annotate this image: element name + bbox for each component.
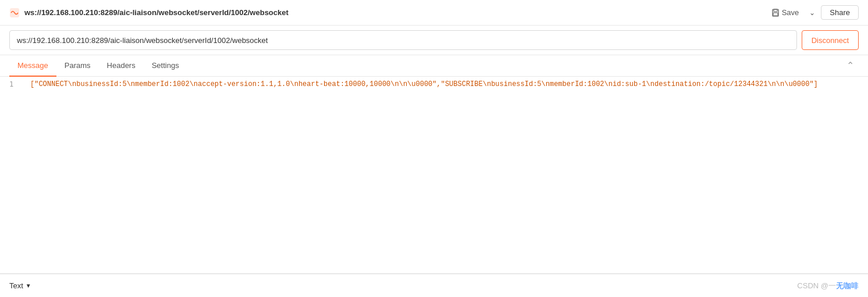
- tab-headers[interactable]: Headers: [99, 55, 144, 77]
- title-url: ws://192.168.100.210:8289/aic-liaison/we…: [24, 8, 289, 17]
- save-dropdown-button[interactable]: ⌄: [808, 6, 816, 19]
- url-bar: Disconnect: [0, 26, 868, 55]
- footer-bar: Text ▼ CSDN @一无咖啡: [0, 274, 868, 297]
- dropdown-chevron-icon: ▼: [26, 282, 31, 289]
- message-content: ["CONNECT\nbusinessId:5\nmemberId:1002\n…: [30, 80, 868, 88]
- line-number: 1: [9, 80, 23, 88]
- title-right: Save ⌄ Share: [767, 5, 859, 20]
- tab-message[interactable]: Message: [9, 55, 56, 77]
- collapse-button[interactable]: ⌃: [842, 59, 859, 73]
- share-button[interactable]: Share: [821, 5, 859, 20]
- save-label: Save: [782, 8, 799, 17]
- content-area: 1 ["CONNECT\nbusinessId:5\nmemberId:1002…: [0, 77, 868, 274]
- save-button[interactable]: Save: [767, 6, 804, 19]
- tabs-bar: Message Params Headers Settings ⌃: [0, 55, 868, 77]
- text-dropdown-button[interactable]: Text ▼: [9, 281, 31, 290]
- title-bar: ws://192.168.100.210:8289/aic-liaison/we…: [0, 0, 868, 26]
- svg-rect-2: [774, 9, 777, 12]
- save-icon: [771, 9, 780, 17]
- title-left: ws://192.168.100.210:8289/aic-liaison/we…: [9, 8, 289, 18]
- tab-settings[interactable]: Settings: [144, 55, 187, 77]
- tab-params[interactable]: Params: [56, 55, 99, 77]
- watermark: CSDN @一无咖啡: [797, 281, 859, 291]
- websocket-icon: [9, 8, 20, 18]
- table-row: 1 ["CONNECT\nbusinessId:5\nmemberId:1002…: [0, 77, 868, 92]
- text-label: Text: [9, 281, 23, 290]
- url-input[interactable]: [9, 30, 797, 50]
- disconnect-button[interactable]: Disconnect: [802, 30, 859, 50]
- svg-rect-3: [773, 13, 778, 16]
